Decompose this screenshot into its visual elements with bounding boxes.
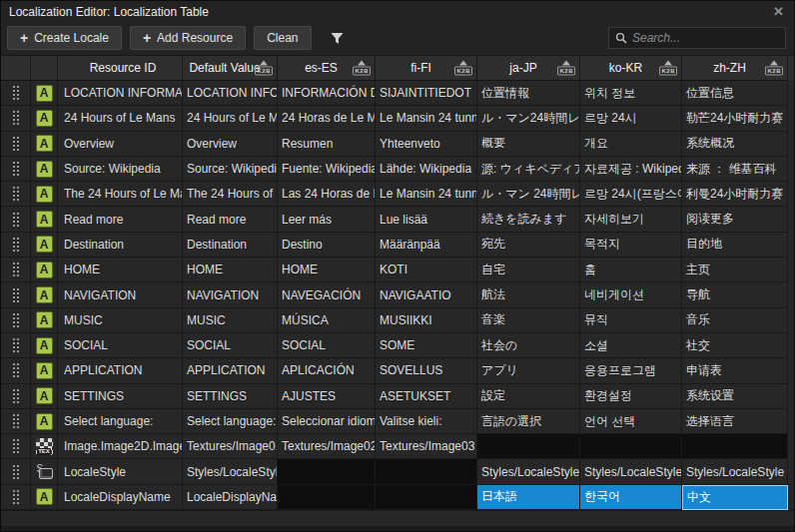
es-ES-cell[interactable]: 24 Horas de Le Mans [278,106,376,131]
ja-JP-cell[interactable]: 源: ウィキペディア [477,157,580,182]
es-ES-cell[interactable]: Textures/Image02 [278,434,376,459]
ja-JP-cell[interactable]: 自宅 [477,258,580,282]
ja-JP-cell[interactable]: ル・マン24時間レース [477,106,580,131]
es-ES-cell[interactable] [278,459,376,484]
ko-KR-cell[interactable]: 자세히보기 [580,207,682,232]
ko-KR-cell[interactable] [580,434,682,459]
fi-FI-cell[interactable]: Textures/Image03 [376,434,477,459]
ja-JP-cell[interactable]: 音楽 [477,308,580,333]
row-drag-handle[interactable] [1,358,31,383]
search-input[interactable] [632,31,779,45]
resource-id-cell[interactable]: NAVIGATION [58,282,183,307]
fi-FI-cell[interactable]: MUSIIKKI [376,308,477,333]
zh-ZH-cell[interactable]: 社交 [682,333,788,358]
es-ES-cell[interactable]: Resumen [278,132,376,157]
ko-KR-cell[interactable]: 자료제공 : Wikipedia [580,157,682,182]
row-drag-handle[interactable] [1,81,31,106]
ko-KR-cell[interactable]: 뮤직 [580,308,682,333]
fi-FI-cell[interactable]: Lähde: Wikipedia [376,157,477,182]
resource-id-cell[interactable]: Source: Wikipedia [58,157,183,182]
row-drag-handle[interactable] [1,459,31,484]
export-icon[interactable]: K2B [659,61,677,76]
fi-FI-cell[interactable]: Yhteenveto [376,132,477,157]
search-box[interactable] [608,27,786,49]
default-value-cell[interactable]: APPLICATION [183,358,278,383]
es-ES-cell[interactable]: HOME [278,258,376,282]
default-value-cell[interactable]: MUSIC [183,308,278,333]
column-header-es-ES[interactable]: es-ES K2B [278,56,376,81]
zh-ZH-cell[interactable]: 利曼24小时耐力赛 [682,182,788,207]
es-ES-cell[interactable]: MÚSICA [278,308,376,333]
row-drag-handle[interactable] [1,333,31,358]
default-value-cell[interactable]: Overview [183,132,278,157]
ja-JP-cell[interactable]: 言語の選択 [477,409,580,434]
column-header-fi-FI[interactable]: fi-FI K2B [376,56,477,81]
export-icon[interactable]: K2B [454,61,472,76]
default-value-cell[interactable]: HOME [183,258,278,282]
ko-KR-cell[interactable]: 환경설정 [580,384,682,409]
resource-id-cell[interactable]: Destination [58,233,183,258]
column-header-zh-ZH[interactable]: zh-ZH K2B [682,56,788,81]
zh-ZH-cell[interactable]: 音乐 [682,308,788,333]
row-drag-handle[interactable] [1,308,31,333]
default-value-cell[interactable]: Source: Wikipedia [183,157,278,182]
resource-id-cell[interactable]: SETTINGS [58,384,183,409]
default-value-cell[interactable]: Styles/LocaleStyle [183,459,278,484]
export-icon[interactable]: K2B [557,61,575,76]
row-drag-handle[interactable] [1,384,31,409]
ja-JP-cell[interactable]: 日本語 [477,485,580,510]
ja-JP-cell[interactable]: 概要 [477,132,580,157]
ko-KR-cell[interactable]: 르망 24시(프랑스어) [580,182,682,207]
resource-id-cell[interactable]: LocaleDisplayName [58,485,183,510]
default-value-cell[interactable]: SETTINGS [183,384,278,409]
ko-KR-cell[interactable]: 르망 24시 [580,106,682,131]
fi-FI-cell[interactable]: Lue lisää [376,207,477,232]
es-ES-cell[interactable]: NAVEGACIÓN [278,282,376,307]
fi-FI-cell[interactable]: NAVIGAATIO [376,282,477,307]
ja-JP-cell[interactable] [477,434,580,459]
fi-FI-cell[interactable]: ASETUKSET [376,384,477,409]
row-drag-handle[interactable] [1,282,31,307]
ja-JP-cell[interactable]: 位置情報 [477,81,580,106]
es-ES-cell[interactable]: Fuente: Wikipedia [278,157,376,182]
es-ES-cell[interactable]: APLICACIÓN [278,358,376,383]
resource-id-cell[interactable]: APPLICATION [58,358,183,383]
es-ES-cell[interactable]: Leer más [278,207,376,232]
close-icon[interactable]: ✕ [771,5,786,19]
zh-ZH-cell[interactable]: 勒芒24小时耐力赛 [682,106,788,131]
ko-KR-cell[interactable]: Styles/LocaleStyle [580,459,682,484]
zh-ZH-cell[interactable] [682,434,788,459]
zh-ZH-cell[interactable]: 来源 ： 维基百科 [682,157,788,182]
column-header-ko-KR[interactable]: ko-KR K2B [580,56,682,81]
ko-KR-cell[interactable]: 한국어 [580,485,682,510]
zh-ZH-cell[interactable]: 主页 [682,258,788,282]
column-header-ja-JP[interactable]: ja-JP K2B [477,56,580,81]
row-drag-handle[interactable] [1,233,31,258]
ja-JP-cell[interactable]: アプリ [477,358,580,383]
zh-ZH-cell[interactable]: 选择语言 [682,409,788,434]
default-value-cell[interactable]: 24 Hours of Le Mans [183,106,278,131]
ko-KR-cell[interactable]: 네비게이션 [580,282,682,307]
filter-funnel-icon[interactable] [330,31,345,46]
clean-button[interactable]: Clean [254,26,311,50]
resource-id-cell[interactable]: 24 Hours of Le Mans [58,106,183,131]
zh-ZH-cell[interactable]: Styles/LocaleStyle [682,459,788,484]
row-drag-handle[interactable] [1,258,31,282]
es-ES-cell[interactable]: Las 24 Horas de Le Mans [278,182,376,207]
default-value-cell[interactable]: Read more [183,207,278,232]
zh-ZH-cell[interactable]: 系统概况 [682,132,788,157]
ko-KR-cell[interactable]: 개요 [580,132,682,157]
row-drag-handle[interactable] [1,106,31,131]
export-icon[interactable]: K2B [353,61,371,76]
ko-KR-cell[interactable]: 목적지 [580,233,682,258]
resource-id-cell[interactable]: LocaleStyle [58,459,183,484]
default-value-cell[interactable]: LocaleDisplayName [183,485,278,510]
es-ES-cell[interactable]: AJUSTES [278,384,376,409]
ja-JP-cell[interactable]: 設定 [477,384,580,409]
create-locale-button[interactable]: + Create Locale [7,26,122,50]
ja-JP-cell[interactable]: 宛先 [477,233,580,258]
ja-JP-cell[interactable]: 航法 [477,282,580,307]
zh-ZH-cell[interactable]: 申请表 [682,358,788,383]
export-icon[interactable]: K2B [765,61,783,76]
zh-ZH-cell[interactable]: 系统设置 [682,384,788,409]
